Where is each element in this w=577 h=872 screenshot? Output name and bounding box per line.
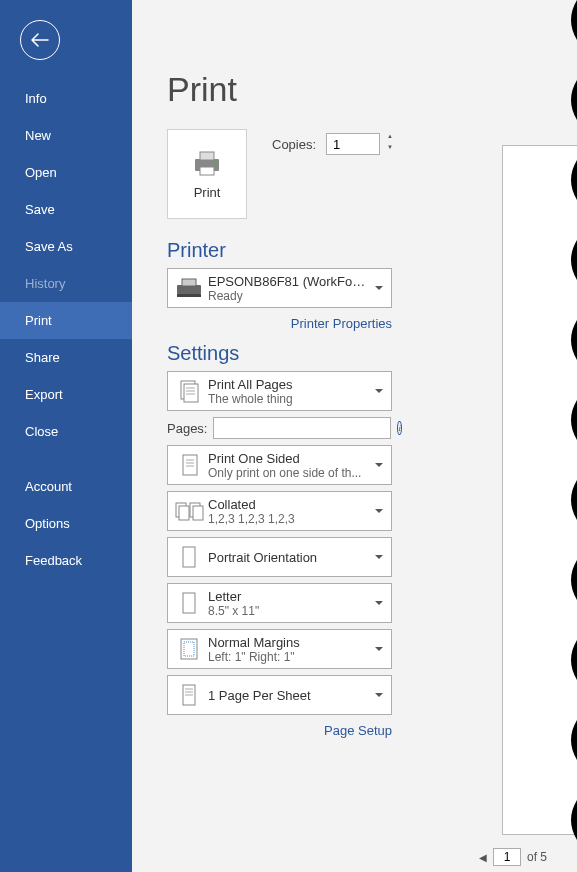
orientation-dropdown[interactable]: Portrait Orientation	[167, 537, 392, 577]
nav-history: History	[0, 265, 132, 302]
chevron-down-icon	[375, 601, 383, 605]
copies-spinner: ▲ ▼	[384, 133, 396, 155]
print-range-dropdown[interactable]: Print All Pages The whole thing	[167, 371, 392, 411]
copies-up-button[interactable]: ▲	[384, 133, 396, 144]
svg-rect-19	[193, 506, 203, 520]
nav-new[interactable]: New	[0, 117, 132, 154]
svg-rect-6	[177, 294, 201, 297]
pages-label: Pages:	[167, 421, 207, 436]
nav-info[interactable]: Info	[0, 80, 132, 117]
printer-properties-link[interactable]: Printer Properties	[291, 316, 392, 331]
nav-account[interactable]: Account	[0, 468, 132, 505]
chevron-down-icon	[375, 463, 383, 467]
portrait-icon	[174, 542, 204, 572]
page-navigator: ◀ of 5	[479, 848, 547, 866]
margins-title: Normal Margins	[208, 635, 369, 650]
printer-status: Ready	[208, 289, 369, 303]
page-per-sheet-icon	[174, 680, 204, 710]
print-button[interactable]: Print	[167, 129, 247, 219]
pages-per-sheet-title: 1 Page Per Sheet	[208, 688, 369, 703]
pages-per-sheet-dropdown[interactable]: 1 Page Per Sheet	[167, 675, 392, 715]
torn-edge-decoration	[565, 0, 577, 872]
page-title: Print	[167, 70, 547, 109]
chevron-down-icon	[375, 555, 383, 559]
chevron-down-icon	[375, 693, 383, 697]
orientation-title: Portrait Orientation	[208, 550, 369, 565]
copies-label: Copies:	[272, 137, 316, 152]
paper-sub: 8.5" x 11"	[208, 604, 369, 618]
paper-size-dropdown[interactable]: Letter 8.5" x 11"	[167, 583, 392, 623]
page-total-label: of 5	[527, 850, 547, 864]
margins-icon	[174, 634, 204, 664]
print-range-sub: The whole thing	[208, 392, 369, 406]
printer-icon	[191, 149, 223, 177]
printer-device-icon	[174, 273, 204, 303]
svg-rect-12	[183, 455, 197, 475]
pages-input[interactable]	[213, 417, 391, 439]
sided-sub: Only print on one side of th...	[208, 466, 369, 480]
sided-title: Print One Sided	[208, 451, 369, 466]
print-button-label: Print	[194, 185, 221, 200]
page-setup-link[interactable]: Page Setup	[324, 723, 392, 738]
svg-rect-5	[182, 279, 196, 286]
collate-title: Collated	[208, 497, 369, 512]
nav-save[interactable]: Save	[0, 191, 132, 228]
nav-save-as[interactable]: Save As	[0, 228, 132, 265]
sided-dropdown[interactable]: Print One Sided Only print on one side o…	[167, 445, 392, 485]
one-sided-icon	[174, 450, 204, 480]
svg-rect-21	[183, 593, 195, 613]
svg-rect-1	[200, 152, 214, 160]
current-page-input[interactable]	[493, 848, 521, 866]
info-icon[interactable]: i	[397, 421, 402, 435]
nav-feedback[interactable]: Feedback	[0, 542, 132, 579]
margins-sub: Left: 1" Right: 1"	[208, 650, 369, 664]
back-button[interactable]	[20, 20, 60, 60]
printer-dropdown[interactable]: EPSONB86F81 (WorkForce 8... Ready	[167, 268, 392, 308]
svg-rect-8	[184, 384, 198, 402]
nav-open[interactable]: Open	[0, 154, 132, 191]
copies-input[interactable]	[326, 133, 380, 155]
collate-sub: 1,2,3 1,2,3 1,2,3	[208, 512, 369, 526]
collate-dropdown[interactable]: Collated 1,2,3 1,2,3 1,2,3	[167, 491, 392, 531]
printer-heading: Printer	[167, 239, 226, 262]
copies-group: Copies: ▲ ▼	[272, 133, 396, 155]
paper-icon	[174, 588, 204, 618]
chevron-down-icon	[375, 647, 383, 651]
nav-options[interactable]: Options	[0, 505, 132, 542]
prev-page-button[interactable]: ◀	[479, 852, 487, 863]
chevron-down-icon	[375, 286, 383, 290]
nav-share[interactable]: Share	[0, 339, 132, 376]
nav-export[interactable]: Export	[0, 376, 132, 413]
margins-dropdown[interactable]: Normal Margins Left: 1" Right: 1"	[167, 629, 392, 669]
copies-down-button[interactable]: ▼	[384, 144, 396, 155]
svg-rect-2	[200, 167, 214, 175]
svg-rect-20	[183, 547, 195, 567]
settings-heading: Settings	[167, 342, 239, 365]
pages-stack-icon	[174, 376, 204, 406]
chevron-down-icon	[375, 509, 383, 513]
print-range-title: Print All Pages	[208, 377, 369, 392]
chevron-down-icon	[375, 389, 383, 393]
svg-rect-17	[179, 506, 189, 520]
collate-icon	[174, 496, 204, 526]
paper-title: Letter	[208, 589, 369, 604]
nav-print[interactable]: Print	[0, 302, 132, 339]
backstage-sidebar: Info New Open Save Save As History Print…	[0, 0, 132, 872]
printer-name: EPSONB86F81 (WorkForce 8...	[208, 274, 369, 289]
nav-close[interactable]: Close	[0, 413, 132, 450]
svg-point-3	[214, 160, 216, 162]
